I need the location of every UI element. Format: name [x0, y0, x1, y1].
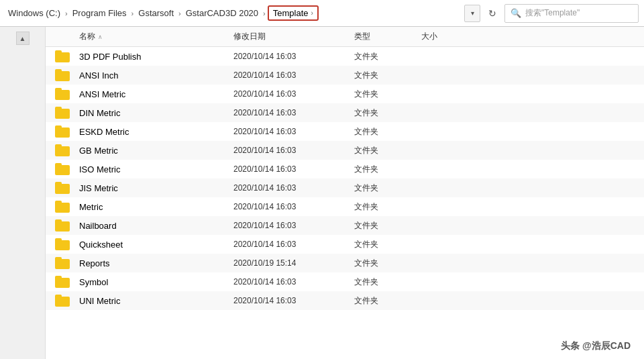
folder-icon [55, 163, 70, 175]
file-type-cell: 文件夹 [354, 145, 421, 156]
folder-icon [55, 50, 70, 62]
breadcrumb-gstarcad3d[interactable]: GstarCAD3D 2020 [183, 7, 261, 19]
file-icon-cell [46, 219, 79, 232]
file-name-cell: Reports [79, 258, 233, 268]
column-name-header[interactable]: 名称 ∧ [46, 31, 233, 42]
file-name-cell: UNI Metric [79, 296, 233, 306]
table-row[interactable]: 3D PDF Publish 2020/10/14 16:03 文件夹 [46, 47, 644, 66]
column-type-header[interactable]: 类型 [354, 31, 421, 42]
folder-icon [55, 88, 70, 100]
file-type-cell: 文件夹 [354, 295, 421, 307]
file-type-cell: 文件夹 [354, 51, 421, 62]
file-name-cell: Metric [79, 202, 233, 212]
sidebar: ▲ [0, 27, 46, 359]
file-type-cell: 文件夹 [354, 220, 421, 232]
file-date-cell: 2020/10/14 16:03 [233, 296, 354, 305]
scroll-up-button[interactable]: ▲ [16, 32, 30, 45]
file-date-cell: 2020/10/14 16:03 [233, 89, 354, 99]
file-icon-cell [46, 182, 79, 194]
folder-icon [55, 69, 70, 81]
file-date-cell: 2020/10/14 16:03 [233, 277, 354, 287]
file-date-cell: 2020/10/14 16:03 [233, 221, 354, 230]
folder-icon [55, 144, 70, 156]
file-icon-cell [46, 238, 79, 250]
folder-icon [55, 238, 70, 250]
file-icon-cell [46, 50, 79, 62]
table-row[interactable]: UNI Metric 2020/10/14 16:03 文件夹 [46, 291, 644, 310]
search-placeholder-text: 搜索"Template" [525, 7, 580, 19]
table-row[interactable]: ANSI Metric 2020/10/14 16:03 文件夹 [46, 85, 644, 103]
file-date-cell: 2020/10/19 15:14 [233, 258, 354, 268]
file-name-cell: ESKD Metric [79, 127, 233, 137]
folder-icon [55, 182, 70, 194]
file-name-cell: DIN Metric [79, 108, 233, 118]
file-icon-cell [46, 69, 79, 81]
file-name-cell: 3D PDF Publish [79, 52, 233, 62]
file-date-cell: 2020/10/14 16:03 [233, 202, 354, 211]
breadcrumb-template-active[interactable]: Template › [268, 5, 319, 21]
chevron-down-icon: ▾ [471, 9, 474, 17]
refresh-icon: ↻ [488, 8, 496, 19]
file-icon-cell [46, 144, 79, 156]
breadcrumb-program-files[interactable]: Program Files [70, 7, 129, 19]
table-row[interactable]: DIN Metric 2020/10/14 16:03 文件夹 [46, 103, 644, 122]
file-date-cell: 2020/10/14 16:03 [233, 70, 354, 80]
breadcrumb-gstarsoft[interactable]: Gstarsoft [136, 7, 176, 19]
table-row[interactable]: Metric 2020/10/14 16:03 文件夹 [46, 197, 644, 216]
file-name-cell: ANSI Metric [79, 89, 233, 99]
breadcrumb-drive[interactable]: Windows (C:) [5, 7, 63, 19]
file-icon-cell [46, 295, 79, 307]
table-row[interactable]: Nailboard 2020/10/14 16:03 文件夹 [46, 216, 644, 235]
search-icon: 🔍 [511, 8, 521, 18]
folder-icon [55, 257, 70, 269]
sep-2: › [131, 9, 134, 17]
file-type-cell: 文件夹 [354, 70, 421, 81]
address-bar: Windows (C:) › Program Files › Gstarsoft… [0, 0, 644, 27]
breadcrumb-dropdown-button[interactable]: ▾ [464, 5, 480, 22]
column-date-header[interactable]: 修改日期 [233, 31, 354, 42]
column-size-header[interactable]: 大小 [421, 31, 475, 42]
file-list-container[interactable]: 名称 ∧ 修改日期 类型 大小 3D PDF Publish 2020/10/1… [46, 27, 644, 359]
search-box[interactable]: 🔍 搜索"Template" [504, 4, 639, 23]
watermark: 头条 @浩辰CAD [561, 340, 631, 352]
file-type-cell: 文件夹 [354, 201, 421, 213]
folder-icon [55, 295, 70, 307]
table-row[interactable]: Reports 2020/10/19 15:14 文件夹 [46, 254, 644, 272]
file-date-cell: 2020/10/14 16:03 [233, 146, 354, 155]
file-icon-cell [46, 163, 79, 175]
breadcrumb: Windows (C:) › Program Files › Gstarsoft… [5, 5, 459, 21]
file-icon-cell [46, 257, 79, 269]
file-icon-cell [46, 107, 79, 119]
file-icon-cell [46, 276, 79, 288]
file-icon-cell [46, 125, 79, 138]
table-row[interactable]: JIS Metric 2020/10/14 16:03 文件夹 [46, 178, 644, 197]
file-type-cell: 文件夹 [354, 258, 421, 269]
file-name-cell: Symbol [79, 277, 233, 287]
table-row[interactable]: ESKD Metric 2020/10/14 16:03 文件夹 [46, 122, 644, 141]
file-name-cell: Nailboard [79, 221, 233, 231]
file-name-cell: ISO Metric [79, 164, 233, 174]
table-row[interactable]: GB Metric 2020/10/14 16:03 文件夹 [46, 141, 644, 160]
file-type-cell: 文件夹 [354, 89, 421, 100]
file-type-cell: 文件夹 [354, 107, 421, 119]
folder-icon [55, 125, 70, 138]
file-type-cell: 文件夹 [354, 126, 421, 138]
refresh-button[interactable]: ↻ [483, 4, 502, 23]
table-row[interactable]: ISO Metric 2020/10/14 16:03 文件夹 [46, 160, 644, 178]
file-type-cell: 文件夹 [354, 183, 421, 194]
main-container: ▲ 名称 ∧ 修改日期 类型 大小 3D PDF Publish 2020/10… [0, 27, 644, 359]
file-date-cell: 2020/10/14 16:03 [233, 240, 354, 249]
file-name-cell: Quicksheet [79, 240, 233, 250]
file-name-cell: JIS Metric [79, 183, 233, 193]
file-icon-cell [46, 201, 79, 213]
table-row[interactable]: ANSI Inch 2020/10/14 16:03 文件夹 [46, 66, 644, 85]
breadcrumb-template-label: Template [273, 8, 309, 18]
folder-icon [55, 107, 70, 119]
folder-icon [55, 276, 70, 288]
folder-icon [55, 219, 70, 232]
sep-4: › [263, 9, 266, 17]
table-row[interactable]: Quicksheet 2020/10/14 16:03 文件夹 [46, 235, 644, 254]
file-name-cell: ANSI Inch [79, 70, 233, 81]
table-row[interactable]: Symbol 2020/10/14 16:03 文件夹 [46, 272, 644, 291]
sep-1: › [65, 9, 68, 17]
